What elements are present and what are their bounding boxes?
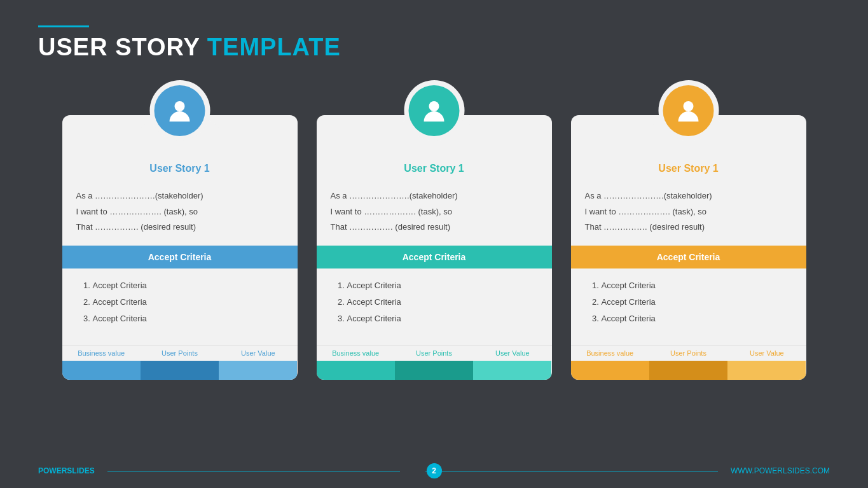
card-orange: User Story 1As a ………………….(stakeholder)I …: [571, 115, 806, 380]
footer-bar: [317, 361, 395, 380]
criteria-item: Accept Criteria: [602, 310, 792, 327]
footer-bar: [649, 361, 727, 380]
criteria-list: Accept CriteriaAccept CriteriaAccept Cri…: [62, 268, 298, 338]
footer-bar: [219, 361, 297, 380]
criteria-item: Accept Criteria: [602, 294, 792, 310]
footer-label: User Value: [473, 345, 551, 361]
criteria-item: Accept Criteria: [93, 277, 284, 294]
criteria-header: Accept Criteria: [571, 246, 806, 268]
page-title: USER STORY TEMPLATE: [38, 34, 830, 61]
cards-container: User Story 1As a ………………….(stakeholder)I …: [38, 80, 830, 380]
card-teal: User Story 1As a ………………….(stakeholder)I …: [317, 115, 552, 380]
footer-bar: [727, 361, 806, 380]
user-icon: [675, 97, 702, 124]
footer-labels-row: Business valueUser PointsUser Value: [317, 345, 552, 361]
story-text: As a ………………….(stakeholder)I want to ……………: [317, 183, 552, 246]
criteria-header: Accept Criteria: [317, 246, 552, 268]
story-text: As a ………………….(stakeholder)I want to ……………: [571, 183, 806, 246]
footer-labels-row: Business valueUser PointsUser Value: [62, 345, 298, 361]
criteria-list: Accept CriteriaAccept CriteriaAccept Cri…: [317, 268, 552, 338]
criteria-item: Accept Criteria: [602, 277, 792, 294]
avatar-circle: [155, 85, 205, 136]
footer-bar: [395, 361, 473, 380]
footer-label: User Value: [219, 345, 297, 361]
header: USER STORY TEMPLATE: [38, 25, 830, 61]
story-line: That ……………. (desired result): [585, 220, 792, 235]
slide-footer: POWERSLIDES 2 WWW.POWERLSIDES.COM: [38, 466, 830, 475]
criteria-item: Accept Criteria: [93, 310, 284, 327]
brand-blue: SLIDES: [67, 466, 94, 475]
svg-point-0: [175, 101, 185, 111]
avatar-circle: [409, 85, 460, 136]
story-text: As a ………………….(stakeholder)I want to ……………: [62, 183, 298, 246]
footer-line-right: [425, 471, 718, 471]
footer-bar: [141, 361, 219, 380]
card-title: User Story 1: [62, 163, 298, 174]
svg-point-1: [429, 101, 439, 111]
footer-bar: [571, 361, 649, 380]
footer-bar: [473, 361, 551, 380]
footer-label: Business value: [317, 345, 395, 361]
user-icon: [167, 97, 193, 124]
card-title: User Story 1: [317, 163, 552, 174]
footer-labels-row: Business valueUser PointsUser Value: [571, 345, 806, 361]
svg-point-2: [684, 101, 694, 111]
criteria-list: Accept CriteriaAccept CriteriaAccept Cri…: [571, 268, 806, 338]
story-line: As a ………………….(stakeholder): [331, 188, 538, 204]
story-line: As a ………………….(stakeholder): [585, 188, 792, 204]
slide-container: USER STORY TEMPLATE User Story 1As a …………: [0, 0, 868, 488]
avatar-wrapper: [404, 80, 464, 141]
card-blue: User Story 1As a ………………….(stakeholder)I …: [62, 115, 298, 380]
criteria-item: Accept Criteria: [347, 310, 538, 327]
user-icon: [421, 97, 448, 124]
avatar-wrapper: [149, 80, 210, 141]
footer-bars-row: [571, 361, 806, 380]
story-line: That ……………. (desired result): [76, 220, 284, 235]
header-accent-line: [38, 25, 89, 27]
criteria-item: Accept Criteria: [347, 294, 538, 310]
criteria-item: Accept Criteria: [347, 277, 538, 294]
story-line: I want to ………………. (task), so: [76, 204, 284, 220]
page-number: 2: [427, 463, 442, 478]
footer-label: User Value: [727, 345, 806, 361]
footer-bars-row: [62, 361, 298, 380]
story-line: As a ………………….(stakeholder): [76, 188, 284, 204]
footer-label: User Points: [395, 345, 473, 361]
card-title: User Story 1: [571, 163, 806, 174]
footer-label: User Points: [141, 345, 219, 361]
footer-line-left: [107, 471, 400, 471]
footer-bars-row: [317, 361, 552, 380]
story-line: That ……………. (desired result): [331, 220, 538, 235]
footer-url: WWW.POWERLSIDES.COM: [731, 466, 830, 475]
footer-label: Business value: [62, 345, 141, 361]
avatar-circle: [663, 85, 714, 136]
footer-label: User Points: [649, 345, 727, 361]
footer-bar: [62, 361, 141, 380]
criteria-header: Accept Criteria: [62, 246, 298, 268]
criteria-item: Accept Criteria: [93, 294, 284, 310]
title-white: USER STORY: [38, 34, 200, 60]
story-line: I want to ………………. (task), so: [331, 204, 538, 220]
story-line: I want to ………………. (task), so: [585, 204, 792, 220]
footer-label: Business value: [571, 345, 649, 361]
avatar-wrapper: [658, 80, 719, 141]
brand-logo: POWERSLIDES: [38, 466, 95, 475]
title-blue: TEMPLATE: [207, 34, 341, 60]
brand-white: POWER: [38, 466, 67, 475]
